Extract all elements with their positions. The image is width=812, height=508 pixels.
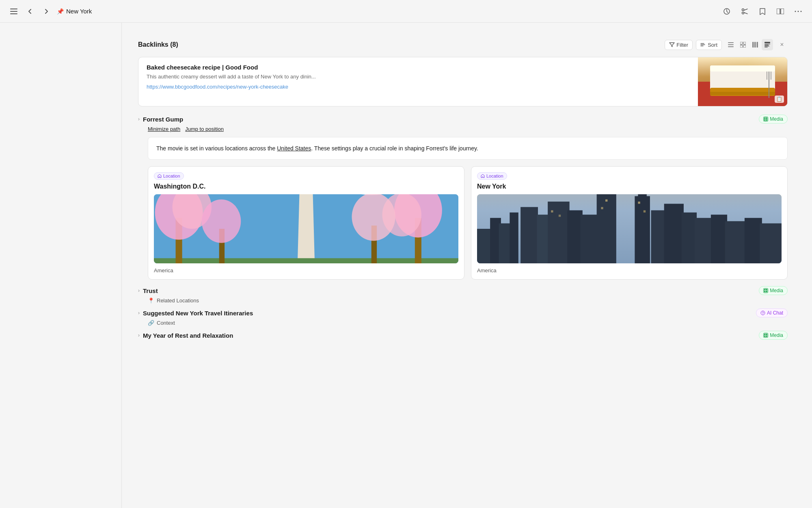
svg-rect-76	[638, 194, 646, 202]
svg-rect-104	[766, 291, 768, 293]
trust-header-left: › Trust	[138, 287, 158, 294]
ny-image-bg	[477, 194, 782, 263]
forward-button[interactable]	[41, 6, 52, 17]
dc-location-badge: Location	[154, 172, 184, 180]
view-grid2-icon[interactable]	[737, 39, 749, 50]
svg-rect-2	[10, 13, 17, 14]
svg-rect-42	[764, 119, 766, 121]
my-year-media-badge[interactable]: Media	[759, 331, 788, 340]
svg-rect-78	[520, 207, 538, 264]
svg-rect-34	[710, 65, 775, 72]
new-york-card: Location New York	[471, 166, 788, 280]
svg-rect-92	[605, 200, 607, 202]
dc-image-bg	[154, 194, 458, 263]
view-grid3-icon[interactable]	[749, 39, 761, 50]
svg-rect-29	[764, 46, 769, 47]
svg-rect-18	[728, 46, 734, 47]
map-pin-icon: 📍	[148, 297, 154, 304]
minimize-path-link[interactable]: Minimize path	[148, 126, 180, 132]
svg-rect-102	[766, 289, 768, 291]
svg-rect-17	[728, 44, 734, 45]
svg-point-12	[801, 11, 802, 12]
svg-line-7	[744, 12, 747, 14]
svg-point-10	[795, 11, 796, 12]
svg-rect-52	[154, 258, 458, 264]
svg-rect-22	[743, 45, 746, 48]
svg-rect-9	[781, 9, 784, 14]
travel-sub-label: Context	[157, 320, 175, 326]
svg-rect-8	[777, 9, 780, 14]
backlinks-title: Backlinks (8)	[138, 41, 178, 48]
recipe-description: This authentic creamy dessert will add a…	[147, 73, 690, 80]
svg-point-62	[352, 194, 395, 241]
svg-rect-25	[757, 42, 758, 48]
forrest-gump-header-left: › Forrest Gump	[138, 116, 183, 123]
travel-header-left: › Suggested New York Travel Itineraries	[138, 310, 253, 317]
svg-rect-84	[664, 204, 684, 264]
travel-expand-icon[interactable]: ›	[138, 310, 140, 316]
recipe-link[interactable]: https://www.bbcgoodfood.com/recipes/new-…	[147, 84, 288, 90]
filter-label: Filter	[676, 42, 688, 48]
svg-rect-88	[725, 221, 747, 264]
my-year-media-label: Media	[770, 332, 783, 338]
svg-rect-103	[764, 291, 766, 293]
travel-ai-badge[interactable]: AI Chat	[756, 308, 788, 317]
filter-button[interactable]: Filter	[665, 40, 693, 50]
dc-name: Washington D.C.	[154, 183, 458, 190]
pin-icon: 📌	[57, 8, 64, 15]
top-bar: 📌 New York	[0, 0, 812, 23]
forrest-media-label: Media	[770, 116, 783, 122]
svg-rect-30	[764, 47, 768, 48]
svg-point-11	[798, 11, 799, 12]
svg-rect-27	[764, 44, 770, 45]
forrest-expand-icon[interactable]: ›	[138, 116, 140, 122]
svg-rect-93	[601, 207, 603, 209]
forrest-media-badge[interactable]: Media	[759, 115, 788, 124]
svg-rect-28	[764, 45, 769, 46]
united-states-link[interactable]: United States	[277, 145, 311, 152]
trust-media-badge[interactable]: Media	[759, 286, 788, 295]
svg-rect-73	[602, 194, 611, 196]
ny-location-badge: Location	[477, 172, 507, 180]
my-year-title: My Year of Rest and Relaxation	[143, 332, 233, 339]
menu-icon[interactable]	[8, 6, 19, 17]
recipe-title: Baked cheesecake recipe | Good Food	[147, 64, 690, 71]
ny-image	[477, 194, 782, 263]
dc-image	[154, 194, 458, 263]
svg-rect-41	[766, 117, 768, 119]
ny-badge-label: Location	[486, 174, 503, 178]
scissors-icon[interactable]	[739, 6, 750, 17]
bookmark-icon[interactable]	[757, 6, 768, 17]
sort-button[interactable]: Sort	[696, 40, 722, 50]
main-content: Backlinks (8) Filter Sort	[0, 23, 812, 508]
sidebar	[0, 23, 122, 508]
view-detail-icon[interactable]	[762, 39, 773, 50]
svg-rect-97	[559, 215, 561, 217]
recipe-content: Baked cheesecake recipe | Good Food This…	[138, 57, 698, 106]
jump-to-position-link[interactable]: Jump to position	[185, 126, 224, 132]
svg-rect-85	[682, 213, 697, 263]
more-icon[interactable]	[793, 6, 804, 17]
svg-rect-35	[710, 92, 775, 95]
svg-rect-110	[764, 336, 766, 337]
svg-rect-94	[638, 202, 640, 204]
svg-rect-1	[10, 11, 17, 12]
close-backlinks-button[interactable]: ×	[776, 39, 788, 50]
travel-header: › Suggested New York Travel Itineraries …	[138, 308, 788, 317]
svg-rect-16	[728, 42, 734, 43]
svg-rect-43	[766, 119, 768, 121]
trust-media-label: Media	[770, 288, 783, 293]
back-button[interactable]	[24, 6, 36, 17]
forrest-title: Forrest Gump	[143, 116, 183, 123]
page-title: New York	[66, 8, 92, 15]
recipe-image-bg	[698, 57, 787, 106]
svg-rect-95	[644, 211, 646, 213]
my-year-expand-icon[interactable]: ›	[138, 332, 140, 338]
dc-region: America	[154, 267, 458, 274]
layout-icon[interactable]	[775, 6, 786, 17]
link-icon: 🔗	[148, 320, 154, 326]
view-list-icon[interactable]	[725, 39, 736, 50]
refresh-icon[interactable]	[721, 6, 732, 17]
trust-sub: 📍 Related Locations	[148, 297, 788, 304]
trust-expand-icon[interactable]: ›	[138, 288, 140, 293]
